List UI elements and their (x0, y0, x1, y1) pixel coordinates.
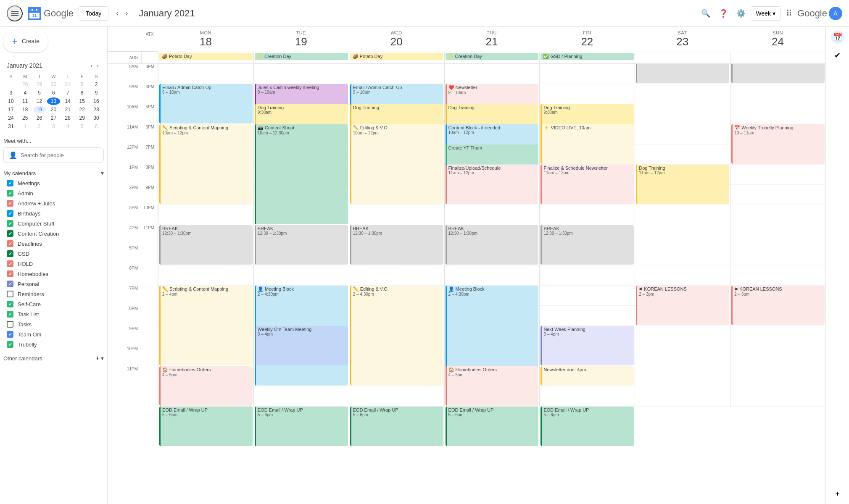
create-button[interactable]: + Create (3, 30, 48, 52)
time-cell[interactable] (635, 104, 730, 124)
calendar-event[interactable]: Finalize/Upload/Schedule11am – 12pm (446, 165, 539, 204)
calendar-item[interactable]: Homebodies (3, 269, 104, 279)
other-calendars-header[interactable]: Other calendars + ▾ (3, 353, 104, 364)
time-cell[interactable] (253, 265, 349, 286)
calendar-item[interactable]: GSD (3, 249, 104, 259)
allday-event[interactable]: ✅ GSD / Planning (541, 53, 634, 60)
calendar-event[interactable]: Email / Admin Catch-Up9 – 10am (159, 84, 253, 123)
allday-event[interactable]: ✨ Creation Day (446, 53, 539, 60)
calendar-event[interactable]: Meditation Training8 – 9am (731, 64, 825, 83)
mini-cal-date[interactable]: 22 (75, 106, 89, 113)
calendar-item[interactable]: Self-Care (3, 299, 104, 309)
calendar-item[interactable]: Deadlines (3, 239, 104, 249)
calendar-event[interactable]: Create YT Thum (446, 144, 539, 164)
search-people-input[interactable]: 👤 Search for people (3, 147, 104, 163)
calendar-item[interactable]: Team Om (3, 329, 104, 339)
day-number[interactable]: 20 (351, 35, 443, 48)
time-cell[interactable] (635, 265, 730, 286)
mini-cal-date[interactable]: 19 (33, 106, 46, 113)
time-cell[interactable] (539, 84, 635, 104)
time-cell[interactable] (635, 326, 730, 346)
calendar-item[interactable]: Computer Stuff (3, 218, 104, 228)
mini-cal-date[interactable]: 15 (75, 97, 89, 105)
mini-cal-date[interactable]: 2 (33, 123, 46, 130)
calendar-event[interactable]: 🏠 Homebodies Orders4 – 5pm (446, 366, 539, 406)
mini-cal-date[interactable]: 1 (18, 123, 32, 130)
mini-cal-date[interactable]: 27 (47, 114, 61, 122)
mini-cal-date[interactable]: 5 (33, 89, 46, 97)
search-button[interactable]: 🔍 (698, 5, 714, 21)
calendar-event[interactable]: EOD Email / Wrap UP5 – 6pm (255, 407, 348, 446)
user-avatar[interactable]: A (829, 7, 842, 20)
mini-cal-date[interactable]: 10 (4, 97, 18, 105)
mini-cal-date[interactable]: 29 (75, 114, 89, 122)
time-cell[interactable] (730, 326, 825, 346)
right-icon-tasks[interactable]: ✔ (831, 49, 844, 62)
calendar-item[interactable]: Reminders (3, 289, 104, 299)
calendar-event[interactable]: EOD Email / Wrap UP5 – 6pm (446, 407, 539, 446)
today-button[interactable]: Today (79, 6, 108, 21)
time-cell[interactable] (635, 144, 730, 165)
settings-button[interactable]: ⚙️ (733, 5, 749, 21)
day-number[interactable]: 22 (541, 35, 633, 48)
time-cell[interactable] (539, 306, 635, 326)
calendar-event[interactable]: BREAK12:30 – 1:30pm (255, 225, 348, 265)
calendar-event[interactable]: EOD Email / Wrap UP5 – 6pm (541, 407, 634, 446)
mini-cal-date[interactable]: 1 (75, 81, 89, 88)
time-cell[interactable] (730, 165, 825, 185)
time-cell[interactable] (539, 386, 635, 407)
calendar-event[interactable]: Weekly Om Team Meeting3 – 4pm (255, 326, 348, 365)
calendar-event[interactable]: ✏️ Scripting & Content Mapping10am – 12p… (159, 124, 253, 204)
time-cell[interactable] (253, 64, 349, 84)
time-cell[interactable] (539, 286, 635, 306)
time-cell[interactable] (730, 366, 825, 386)
time-cell[interactable] (158, 64, 253, 84)
day-number[interactable]: 18 (160, 35, 252, 48)
calendar-event[interactable]: BREAK12:30 – 1:30pm (446, 225, 539, 265)
mini-cal-date[interactable]: 4 (18, 89, 32, 97)
mini-cal-date[interactable]: 23 (90, 106, 103, 113)
time-cell[interactable] (635, 124, 730, 144)
calendar-event[interactable]: 🏠 Homebodies Orders4 – 5pm (159, 366, 253, 406)
calendar-event[interactable]: EOD Email / Wrap UP5 – 6pm (159, 407, 253, 446)
mini-cal-date[interactable]: 17 (4, 106, 18, 113)
time-cell[interactable] (730, 386, 825, 407)
mini-cal-date[interactable]: 11 (18, 97, 32, 105)
mini-cal-next[interactable]: › (95, 60, 100, 71)
right-icon-add[interactable]: + (831, 487, 844, 501)
time-cell[interactable] (539, 265, 635, 286)
mini-cal-date[interactable]: 30 (90, 114, 103, 122)
time-cell[interactable] (730, 225, 825, 245)
calendar-event[interactable]: Newsletter due, 4pm (541, 366, 634, 386)
allday-event[interactable]: 🥔 Potato Day (350, 53, 443, 60)
time-cell[interactable] (730, 84, 825, 104)
day-number[interactable]: 23 (636, 35, 728, 48)
time-cell[interactable] (444, 64, 540, 84)
calendar-event[interactable]: ✏️ Editing & V.O.2 – 4:30pm (350, 286, 443, 386)
mini-cal-prev[interactable]: ‹ (89, 60, 95, 71)
time-cell[interactable] (730, 104, 825, 124)
mini-cal-date[interactable]: 2 (90, 81, 103, 88)
mini-cal-date[interactable]: 7 (61, 89, 74, 97)
mini-cal-date[interactable]: 4 (61, 123, 74, 130)
time-cell[interactable] (349, 205, 444, 225)
time-cell[interactable] (730, 185, 825, 205)
calendar-event[interactable]: BREAK12:30 – 1:30pm (159, 225, 253, 265)
mini-cal-date[interactable]: 28 (18, 81, 32, 88)
mini-cal-date[interactable]: 6 (90, 123, 103, 130)
time-cell[interactable] (539, 205, 635, 225)
calendar-event[interactable]: 📸 Content Shoot10am – 12:30pm (255, 124, 348, 224)
time-cell[interactable] (539, 64, 635, 84)
mini-cal-date[interactable]: 21 (61, 106, 74, 113)
time-cell[interactable] (635, 386, 730, 407)
time-cell[interactable] (635, 366, 730, 386)
calendar-item[interactable]: Content Creation (3, 228, 104, 239)
calendar-item[interactable]: Andrew + Jules (3, 198, 104, 208)
calendar-event[interactable]: 📅 Weekly Trubelly Planning10 – 11am (731, 124, 825, 164)
mini-cal-date[interactable]: 25 (18, 114, 32, 122)
view-selector[interactable]: Week ▾ (751, 6, 781, 21)
help-button[interactable]: ❓ (715, 5, 731, 21)
time-cell[interactable] (349, 265, 444, 286)
calendar-event[interactable]: ✏️ Scripting & Content Mapping2 – 4pm (159, 286, 253, 365)
mini-cal-date[interactable]: 24 (4, 114, 18, 122)
